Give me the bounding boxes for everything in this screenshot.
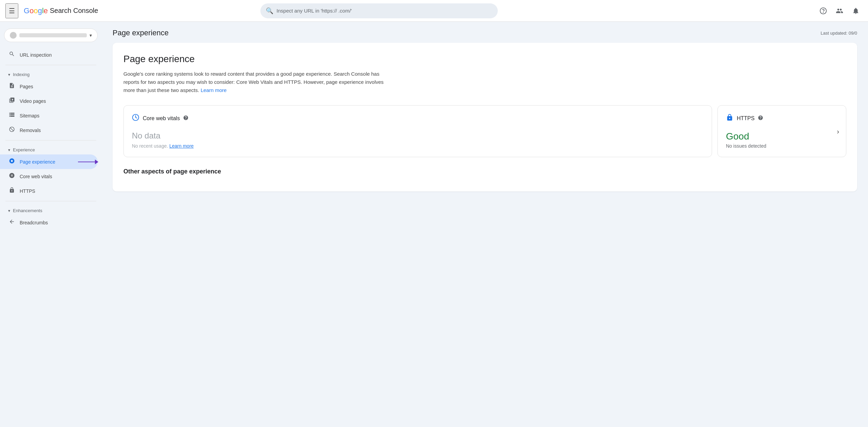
menu-button[interactable]: ☰ [5,3,18,18]
enhancements-label: Enhancements [13,208,42,213]
sidebar-item-https[interactable]: HTTPS [0,184,98,198]
sidebar-divider-2 [5,140,96,141]
chevron-icon: ▾ [8,72,10,77]
chevron-down-icon: ▾ [90,33,92,38]
card-description: Google's core ranking systems look to re… [123,70,395,94]
url-inspection-label: URL inspection [20,52,52,58]
core-web-vitals-label: Core web vitals [20,174,52,179]
search-icon: 🔍 [266,7,273,15]
admin-icon [836,7,843,15]
https-card-icon [726,114,733,123]
page-experience-label: Page experience [20,159,55,165]
video-pages-label: Video pages [20,98,46,104]
no-data-sub: No recent usage. Learn more [132,143,704,149]
learn-more-link[interactable]: Learn more [201,87,227,93]
cwv-help-icon[interactable] [183,115,189,122]
https-label: HTTPS [20,188,35,194]
admin-button[interactable] [833,4,846,18]
https-card-title: HTTPS [737,115,754,122]
sidebar-item-pages[interactable]: Pages [0,79,98,94]
removals-label: Removals [20,128,41,133]
sidebar-divider [5,65,96,65]
https-icon [8,187,16,195]
product-name: Search Console [50,7,98,15]
sitemaps-label: Sitemaps [20,113,39,118]
https-card-arrow[interactable]: › [837,127,839,135]
sidebar-item-core-web-vitals[interactable]: Core web vitals [0,169,98,184]
logo[interactable]: Google Search Console [24,6,98,15]
sitemaps-icon [8,112,16,119]
experience-label: Experience [13,147,35,152]
property-favicon [10,32,17,39]
search-icon [8,51,16,59]
description-text: Google's core ranking systems look to re… [123,71,383,93]
search-bar-placeholder: Inspect any URL in 'https:// .com/' [277,8,352,14]
https-card-header: HTTPS [726,114,838,123]
cwv-card-title: Core web vitals [143,115,180,122]
cwv-card-header: Core web vitals [132,114,704,123]
indexing-label: Indexing [13,72,29,77]
breadcrumbs-icon [8,219,16,226]
other-aspects-title: Other aspects of page experience [123,168,846,175]
sidebar-item-breadcrumbs[interactable]: Breadcrumbs [0,215,98,230]
property-name [19,33,87,37]
sidebar-item-sitemaps[interactable]: Sitemaps [0,108,98,123]
card-title: Page experience [123,54,846,64]
main-content: Page experience Last updated: 09/0 Page … [102,22,868,427]
core-web-vitals-card: Core web vitals No data No recent usage.… [123,105,712,157]
https-card: HTTPS Good No issues detected › [717,105,846,157]
sidebar-item-video-pages[interactable]: Video pages [0,94,98,108]
help-icon [820,7,827,15]
topbar-actions [816,4,863,18]
sidebar-divider-3 [5,201,96,201]
experience-section-header[interactable]: ▾ Experience [0,143,102,154]
chevron-icon-2: ▾ [8,148,10,152]
chevron-icon-3: ▾ [8,208,10,213]
video-pages-icon [8,97,16,105]
help-button[interactable] [816,4,830,18]
cwv-learn-more-link[interactable]: Learn more [170,143,194,149]
sub-cards-row: Core web vitals No data No recent usage.… [123,105,846,157]
sidebar: ▾ URL inspection ▾ Indexing Pages Video … [0,22,102,427]
removals-icon [8,126,16,134]
breadcrumbs-label: Breadcrumbs [20,220,48,225]
sidebar-item-url-inspection[interactable]: URL inspection [0,48,98,62]
page-title: Page experience [113,29,169,37]
last-updated: Last updated: 09/0 [821,31,857,36]
app-layout: ▾ URL inspection ▾ Indexing Pages Video … [0,22,868,427]
page-header: Page experience Last updated: 09/0 [102,22,868,43]
svg-point-1 [823,12,824,13]
indexing-section-header[interactable]: ▾ Indexing [0,68,102,79]
active-indicator-arrow [78,160,98,164]
sidebar-item-page-experience[interactable]: Page experience [0,154,98,169]
core-web-vitals-icon [8,172,16,180]
https-help-icon[interactable] [758,115,763,122]
pages-icon [8,82,16,90]
property-selector[interactable]: ▾ [4,29,98,42]
notification-button[interactable] [849,4,863,18]
main-card: Page experience Google's core ranking sy… [113,43,857,191]
page-experience-icon [8,158,16,166]
good-label: Good [726,131,838,142]
enhancements-section-header[interactable]: ▾ Enhancements [0,204,102,215]
google-wordmark: Google [24,6,48,15]
pages-label: Pages [20,84,33,89]
no-data-label: No data [132,131,704,141]
cwv-card-icon [132,114,139,123]
sidebar-item-removals[interactable]: Removals [0,123,98,137]
url-search-bar[interactable]: 🔍 Inspect any URL in 'https:// .com/' [260,3,498,18]
topbar: ☰ Google Search Console 🔍 Inspect any UR… [0,0,868,22]
content-area: Page experience Google's core ranking sy… [102,43,868,202]
notification-icon [852,7,860,15]
no-issues-label: No issues detected [726,143,838,149]
